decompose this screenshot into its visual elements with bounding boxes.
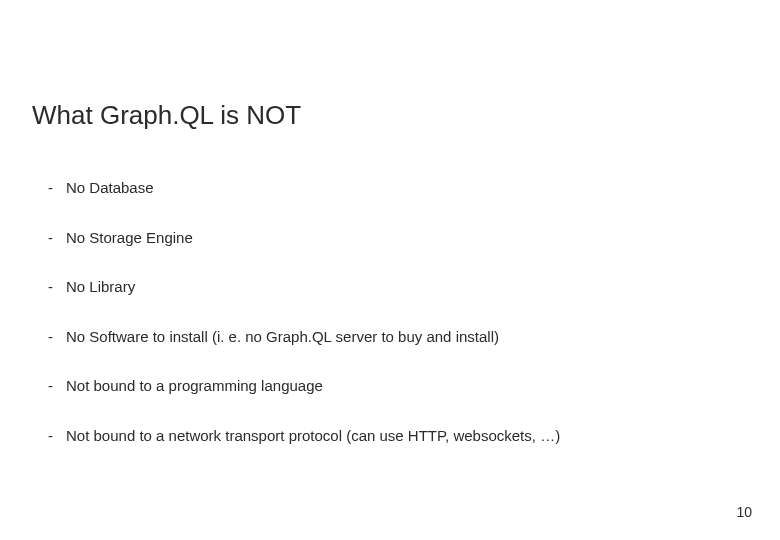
list-item: - No Software to install (i. e. no Graph… (48, 327, 728, 347)
page-number: 10 (736, 504, 752, 520)
bullet-dash-icon: - (48, 327, 66, 347)
bullet-text: No Storage Engine (66, 228, 193, 248)
bullet-text: No Database (66, 178, 154, 198)
bullet-dash-icon: - (48, 376, 66, 396)
bullet-text: Not bound to a programming language (66, 376, 323, 396)
bullet-text: No Library (66, 277, 135, 297)
list-item: - Not bound to a programming language (48, 376, 728, 396)
bullet-text: Not bound to a network transport protoco… (66, 426, 560, 446)
bullet-text: No Software to install (i. e. no Graph.Q… (66, 327, 499, 347)
slide: What Graph.QL is NOT - No Database - No … (0, 0, 780, 540)
list-item: - Not bound to a network transport proto… (48, 426, 728, 446)
list-item: - No Library (48, 277, 728, 297)
bullet-list: - No Database - No Storage Engine - No L… (48, 178, 728, 475)
slide-title: What Graph.QL is NOT (32, 100, 301, 131)
bullet-dash-icon: - (48, 426, 66, 446)
list-item: - No Database (48, 178, 728, 198)
list-item: - No Storage Engine (48, 228, 728, 248)
bullet-dash-icon: - (48, 228, 66, 248)
bullet-dash-icon: - (48, 277, 66, 297)
bullet-dash-icon: - (48, 178, 66, 198)
